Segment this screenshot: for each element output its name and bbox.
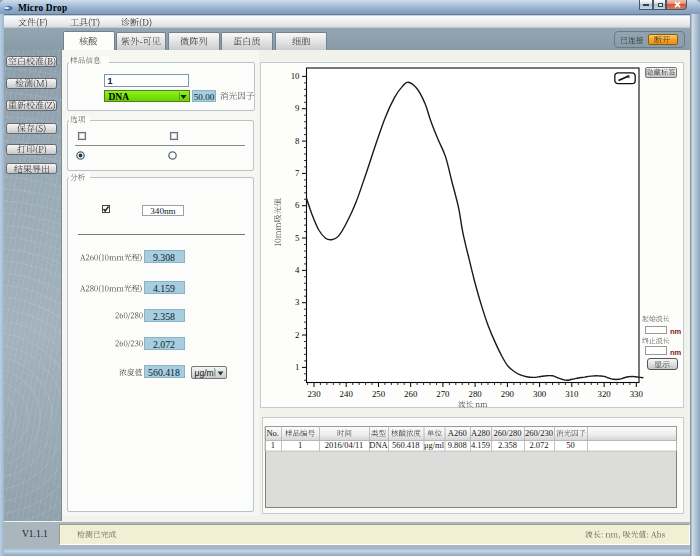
svg-text:3: 3	[295, 297, 300, 307]
svg-text:10: 10	[290, 71, 299, 81]
svg-text:310: 310	[565, 389, 579, 399]
svg-text:270: 270	[436, 389, 450, 399]
svg-text:290: 290	[500, 389, 514, 399]
svg-text:240: 240	[339, 389, 353, 399]
svg-text:320: 320	[597, 389, 611, 399]
svg-text:5: 5	[295, 232, 300, 242]
svg-text:8: 8	[295, 135, 300, 145]
svg-text:2: 2	[295, 329, 299, 339]
svg-text:7: 7	[295, 168, 300, 178]
svg-text:230: 230	[307, 389, 321, 399]
svg-text:280: 280	[468, 389, 482, 399]
svg-text:250: 250	[371, 389, 385, 399]
svg-text:330: 330	[629, 389, 643, 399]
svg-text:300: 300	[532, 389, 546, 399]
svg-text:9: 9	[295, 103, 300, 113]
svg-text:4: 4	[295, 265, 300, 275]
svg-text:260: 260	[404, 389, 418, 399]
svg-text:6: 6	[295, 200, 300, 210]
svg-text:1: 1	[295, 362, 299, 372]
